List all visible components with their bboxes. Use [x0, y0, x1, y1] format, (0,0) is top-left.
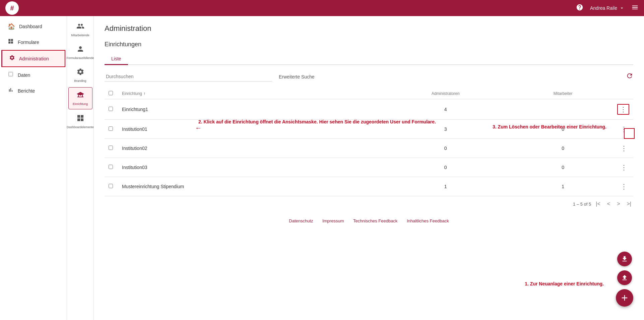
fab-export-button[interactable]: [617, 252, 632, 266]
sub-nav-mitarbeitende[interactable]: Mitarbeitende: [68, 19, 92, 40]
footer-impressum[interactable]: Impressum: [322, 218, 344, 223]
th-einrichtung: Einrichtung ↑: [118, 88, 378, 99]
formulare-icon: [8, 38, 14, 46]
tabs: Liste: [105, 53, 633, 65]
row-action-cell: ⋮: [613, 139, 633, 158]
sidebar-item-formulare[interactable]: Formulare: [0, 34, 67, 50]
sub-nav-einrichtung-label: Einrichtung: [73, 102, 88, 106]
row-more-button[interactable]: ⋮: [619, 144, 629, 153]
advanced-search-link[interactable]: Erweiterte Suche: [279, 74, 315, 79]
sub-nav-dashboardelemente-label: Dashboardelemente: [67, 125, 94, 129]
row-checkbox-cell: [105, 177, 118, 196]
row-mitarbeiter-cell: [513, 99, 613, 120]
row-name-cell: Einrichtung1: [118, 99, 378, 120]
row-mitarbeiter-cell: 0: [513, 120, 613, 139]
sub-nav-mitarbeitende-label: Mitarbeitende: [71, 34, 89, 37]
row-name-link[interactable]: Einrichtung1: [122, 107, 148, 112]
search-input[interactable]: [105, 72, 272, 82]
sort-einrichtung-icon[interactable]: ↑: [143, 91, 145, 96]
row-mitarbeiter-cell: 0: [513, 158, 613, 177]
row-checkbox[interactable]: [109, 126, 113, 131]
sub-nav-formularausfuellende-label: Formularausfüllende: [66, 56, 94, 60]
sub-sidebar: Mitarbeitende Formularausfüllende Brandi…: [67, 16, 94, 320]
row-checkbox[interactable]: [109, 184, 113, 188]
sidebar-item-daten[interactable]: Daten: [0, 67, 67, 83]
administration-icon: [9, 55, 15, 62]
pagination-last-btn[interactable]: >|: [625, 200, 634, 208]
data-table: Einrichtung ↑ Administratoren Mitarbeite…: [105, 88, 633, 196]
callout-1-text: 1. Zur Neuanlage einer Einrichtung.: [525, 281, 604, 286]
section-title: Einrichtungen: [105, 41, 633, 48]
sub-nav-dashboardelemente[interactable]: Dashboardelemente: [68, 111, 92, 132]
row-name-cell: Mustereinrichtung Stipendium: [118, 177, 378, 196]
pagination-info: 1 – 5 of 5: [573, 202, 591, 207]
row-name-link[interactable]: Institution01: [122, 126, 147, 132]
table-row: Einrichtung1 4 ⋮: [105, 99, 633, 120]
user-name: Andrea Raile: [590, 5, 617, 11]
row-admin-cell: 1: [378, 177, 513, 196]
app-logo[interactable]: #: [5, 1, 19, 15]
table-row: Mustereinrichtung Stipendium 1 1 ⋮: [105, 177, 633, 196]
footer-datenschutz[interactable]: Datenschutz: [289, 218, 313, 223]
footer-technisches-feedback[interactable]: Technisches Feedback: [353, 218, 397, 223]
row-name-cell: Institution02: [118, 139, 378, 158]
sub-nav-formularausfuellende[interactable]: Formularausfüllende: [68, 42, 92, 63]
th-administratoren: Administratoren: [378, 88, 513, 99]
footer-inhaltliches-feedback[interactable]: Inhaltliches Feedback: [407, 218, 449, 223]
row-checkbox-cell: [105, 120, 118, 139]
row-action-cell: ⋮: [613, 177, 633, 196]
row-checkbox[interactable]: [109, 107, 113, 111]
table-row: Institution02 0 0 ⋮: [105, 139, 633, 158]
row-more-button[interactable]: ⋮: [617, 104, 629, 115]
row-name-cell: Institution03: [118, 158, 378, 177]
sub-nav-branding-label: Branding: [74, 79, 86, 83]
mitarbeitende-icon: [76, 22, 84, 32]
row-name-link[interactable]: Mustereinrichtung Stipendium: [122, 184, 184, 189]
fab-upload-button[interactable]: [617, 270, 632, 285]
row-more-button[interactable]: ⋮: [619, 124, 629, 134]
row-mitarbeiter-cell: 0: [513, 139, 613, 158]
row-checkbox-cell: [105, 158, 118, 177]
tab-liste[interactable]: Liste: [105, 53, 128, 65]
user-menu[interactable]: Andrea Raile: [590, 5, 625, 11]
th-mitarbeiter: Mitarbeiter: [513, 88, 613, 99]
sub-nav-einrichtung[interactable]: Einrichtung: [68, 87, 92, 109]
pagination-prev-btn[interactable]: <: [605, 200, 612, 208]
row-checkbox[interactable]: [109, 165, 113, 169]
formularausfuellende-icon: [76, 45, 84, 55]
row-more-button[interactable]: ⋮: [619, 182, 629, 191]
row-checkbox-cell: [105, 99, 118, 120]
topbar-right: Andrea Raile: [576, 4, 639, 13]
th-actions: [613, 88, 633, 99]
row-more-button[interactable]: ⋮: [619, 163, 629, 172]
fab-container: [616, 252, 633, 307]
sub-nav-branding[interactable]: Branding: [68, 64, 92, 86]
row-admin-cell: 3: [378, 120, 513, 139]
help-icon[interactable]: [576, 4, 583, 13]
hamburger-icon[interactable]: [631, 4, 639, 13]
row-action-cell: ⋮: [613, 99, 633, 120]
dashboardelemente-icon: [76, 114, 84, 124]
row-admin-cell: 0: [378, 139, 513, 158]
branding-icon: [76, 68, 84, 78]
sidebar-item-administration[interactable]: Administration: [1, 50, 65, 67]
einrichtung-icon: [76, 91, 84, 101]
row-checkbox[interactable]: [109, 146, 113, 150]
topbar: # Andrea Raile: [0, 0, 644, 16]
row-name-link[interactable]: Institution03: [122, 165, 147, 170]
pagination-first-btn[interactable]: |<: [594, 200, 602, 208]
select-all-checkbox[interactable]: [109, 91, 113, 95]
main-layout: 🏠 Dashboard Formulare Administration Dat…: [0, 16, 644, 320]
refresh-button[interactable]: [626, 72, 633, 81]
page-title: Administration: [105, 24, 633, 33]
sidebar-item-berichte[interactable]: Berichte: [0, 83, 67, 99]
sidebar-item-dashboard[interactable]: 🏠 Dashboard: [0, 19, 67, 34]
berichte-icon: [8, 87, 14, 95]
daten-icon: [8, 71, 14, 79]
row-name-link[interactable]: Institution02: [122, 146, 147, 151]
fab-add-button[interactable]: [616, 289, 633, 307]
pagination-next-btn[interactable]: >: [615, 200, 622, 208]
row-mitarbeiter-cell: 1: [513, 177, 613, 196]
row-admin-cell: 0: [378, 158, 513, 177]
search-row: Erweiterte Suche: [105, 72, 633, 82]
